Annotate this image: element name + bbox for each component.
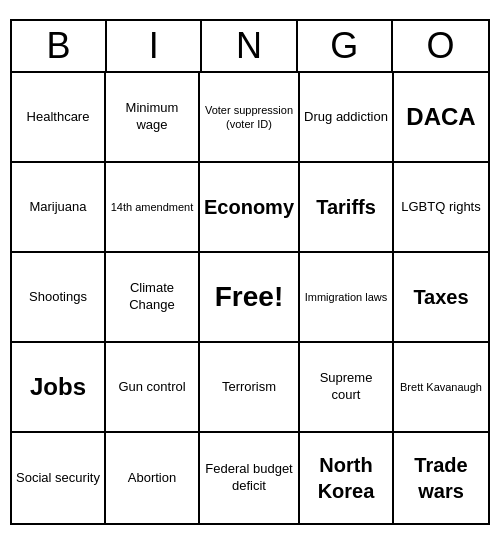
bingo-cell-21: Abortion xyxy=(106,433,200,523)
bingo-cell-4: DACA xyxy=(394,73,488,163)
bingo-card: BINGO HealthcareMinimum wageVoter suppre… xyxy=(10,19,490,525)
bingo-cell-0: Healthcare xyxy=(12,73,106,163)
bingo-cell-23: North Korea xyxy=(300,433,394,523)
header-letter-o: O xyxy=(393,21,488,71)
bingo-cell-18: Supreme court xyxy=(300,343,394,433)
bingo-cell-20: Social security xyxy=(12,433,106,523)
bingo-cell-11: Climate Change xyxy=(106,253,200,343)
bingo-cell-12: Free! xyxy=(200,253,300,343)
bingo-cell-14: Taxes xyxy=(394,253,488,343)
bingo-cell-1: Minimum wage xyxy=(106,73,200,163)
bingo-cell-7: Economy xyxy=(200,163,300,253)
bingo-cell-22: Federal budget deficit xyxy=(200,433,300,523)
header-letter-i: I xyxy=(107,21,202,71)
header-letter-b: B xyxy=(12,21,107,71)
bingo-cell-6: 14th amendment xyxy=(106,163,200,253)
header-letter-n: N xyxy=(202,21,297,71)
bingo-cell-19: Brett Kavanaugh xyxy=(394,343,488,433)
bingo-cell-24: Trade wars xyxy=(394,433,488,523)
bingo-cell-2: Voter suppression (voter ID) xyxy=(200,73,300,163)
bingo-cell-10: Shootings xyxy=(12,253,106,343)
bingo-cell-3: Drug addiction xyxy=(300,73,394,163)
bingo-cell-5: Marijuana xyxy=(12,163,106,253)
bingo-cell-15: Jobs xyxy=(12,343,106,433)
header-letter-g: G xyxy=(298,21,393,71)
bingo-cell-13: Immigration laws xyxy=(300,253,394,343)
bingo-cell-17: Terrorism xyxy=(200,343,300,433)
bingo-cell-8: Tariffs xyxy=(300,163,394,253)
bingo-header: BINGO xyxy=(12,21,488,73)
bingo-cell-16: Gun control xyxy=(106,343,200,433)
bingo-cell-9: LGBTQ rights xyxy=(394,163,488,253)
bingo-grid: HealthcareMinimum wageVoter suppression … xyxy=(12,73,488,523)
